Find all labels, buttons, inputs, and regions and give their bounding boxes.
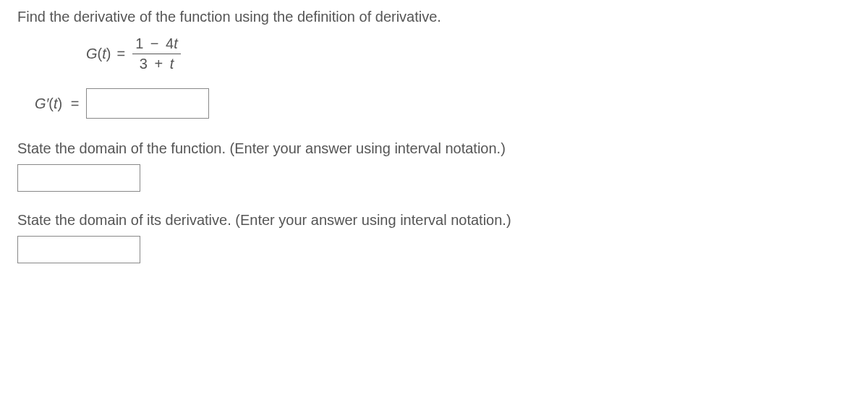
- denominator-var: t: [170, 56, 174, 72]
- derivative-label: G′(t) =: [35, 95, 79, 112]
- domain-function-input[interactable]: [17, 164, 140, 192]
- numerator-minus: −: [148, 35, 162, 51]
- question-prompt: Find the derivative of the function usin…: [17, 9, 851, 25]
- domain-derivative-input[interactable]: [17, 236, 140, 263]
- domain-function-box-wrap: [17, 164, 851, 192]
- domain-derivative-prompt: State the domain of its derivative. (Ent…: [17, 212, 851, 229]
- derivative-input[interactable]: [86, 88, 209, 119]
- derivative-answer-row: G′(t) =: [35, 88, 851, 119]
- domain-function-prompt: State the domain of the function. (Enter…: [17, 140, 851, 157]
- derivative-func-name: G: [35, 95, 46, 111]
- denominator-plus: +: [151, 56, 166, 72]
- numerator: 1 − 4t: [132, 35, 181, 54]
- open-paren-2: (: [48, 95, 54, 111]
- function-definition: G(t) = 1 − 4t 3 + t: [86, 35, 851, 72]
- denominator: 3 + t: [137, 54, 177, 72]
- domain-derivative-box-wrap: [17, 236, 851, 263]
- function-name: G: [86, 46, 98, 61]
- numerator-var: t: [174, 35, 178, 51]
- derivative-equals: =: [71, 95, 80, 111]
- function-label: G(t): [86, 46, 111, 62]
- equals-sign: =: [116, 46, 125, 62]
- denominator-const: 3: [140, 56, 148, 72]
- close-paren-2: ): [58, 95, 63, 111]
- fraction: 1 − 4t 3 + t: [132, 35, 181, 72]
- numerator-coef: 4: [166, 35, 174, 51]
- numerator-const: 1: [135, 35, 143, 51]
- numerator-term: 4t: [166, 35, 178, 51]
- close-paren: ): [106, 46, 111, 61]
